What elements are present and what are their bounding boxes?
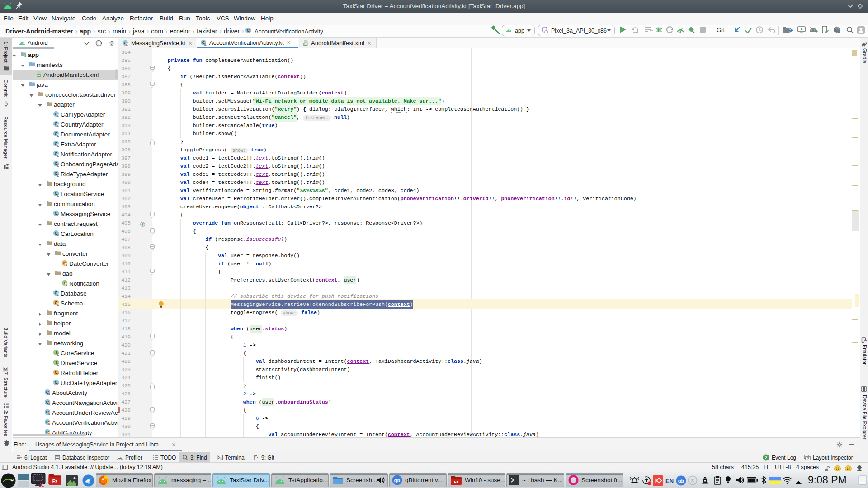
svg-text:I: I [56,360,57,365]
svg-text:MF: MF [37,74,41,77]
svg-text:Fz: Fz [52,479,58,484]
svg-text:Fz: Fz [454,480,458,484]
svg-text:2: 2 [765,455,767,460]
svg-text:qb: qb [678,478,684,483]
svg-text:I: I [56,350,57,355]
svg-text:I: I [64,281,66,285]
svg-text:MF: MF [304,43,308,46]
svg-text:qb: qb [394,478,401,483]
svg-text:A: A [636,30,638,33]
